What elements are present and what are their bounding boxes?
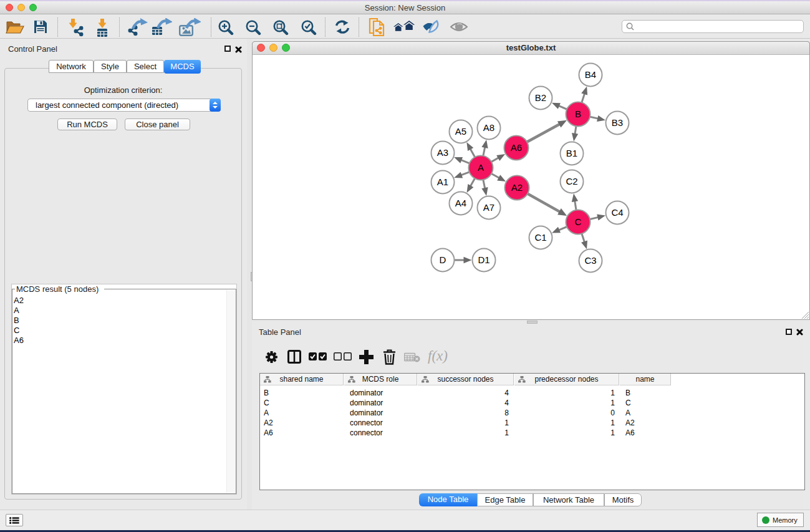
svg-text:A5: A5: [455, 126, 466, 137]
svg-text:D1: D1: [478, 254, 489, 265]
svg-text:C: C: [575, 216, 582, 227]
svg-text:C3: C3: [584, 255, 596, 266]
svg-text:C2: C2: [566, 176, 577, 186]
svg-text:A3: A3: [437, 147, 448, 158]
svg-text:B4: B4: [585, 69, 596, 80]
svg-text:A8: A8: [483, 122, 494, 133]
svg-text:C1: C1: [534, 232, 546, 243]
svg-text:A1: A1: [437, 177, 448, 187]
svg-text:A6: A6: [511, 142, 522, 153]
svg-text:C4: C4: [611, 207, 623, 218]
svg-text:A7: A7: [483, 202, 494, 213]
svg-text:A2: A2: [511, 182, 523, 193]
svg-text:B2: B2: [535, 92, 546, 103]
svg-text:A4: A4: [455, 198, 466, 208]
svg-text:D: D: [440, 254, 446, 265]
svg-text:B: B: [575, 109, 581, 119]
svg-text:B1: B1: [566, 148, 577, 158]
svg-text:A: A: [478, 162, 484, 173]
svg-text:B3: B3: [612, 117, 623, 128]
